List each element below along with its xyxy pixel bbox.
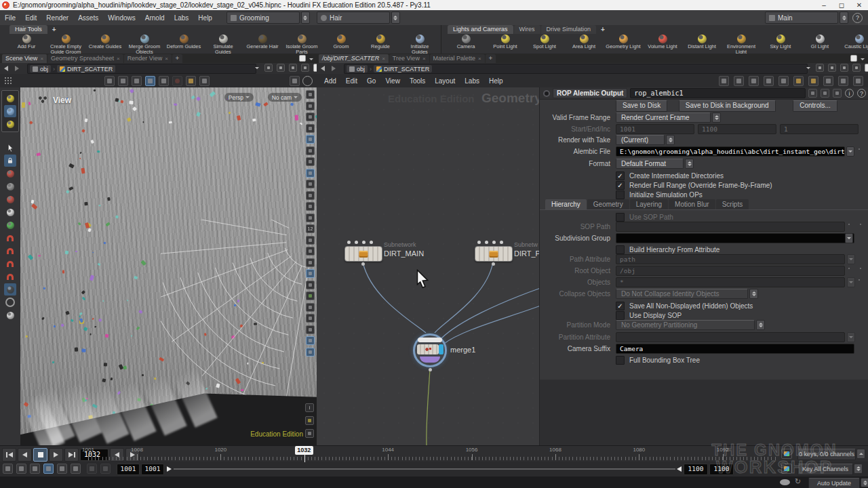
checkbox-create-intermediate-directories[interactable]: ✓Create Intermediate Directories	[616, 171, 724, 180]
badge-blue-icon[interactable]	[823, 76, 833, 86]
shelf-tool-sky-light[interactable]: Sky Light	[761, 34, 800, 49]
shelf-tool-deform-guides[interactable]: Deform Guides	[164, 34, 203, 49]
close-tab-icon[interactable]: ×	[478, 54, 481, 63]
vertex-number-icon[interactable]	[306, 247, 315, 256]
path-node-chip[interactable]: DIRT_SCATTER	[57, 65, 115, 73]
info-icon[interactable]: i	[305, 403, 314, 412]
input-dot[interactable]	[492, 241, 496, 244]
point-number-icon[interactable]: 12	[306, 224, 315, 233]
range-start-field[interactable]: 1001	[141, 464, 164, 475]
checkbox-full-bounding-box-tree[interactable]: Full Bounding Box Tree	[616, 356, 700, 365]
pane-menu-icon[interactable]	[309, 58, 313, 60]
spinner-valid-frame-range[interactable]	[712, 113, 721, 123]
field-camera-suffix[interactable]: Camera	[616, 344, 854, 354]
dropdown-render-with-take[interactable]: (Current)	[616, 135, 665, 145]
pin-icon[interactable]	[264, 64, 273, 72]
auto-update-button[interactable]: Auto Update	[808, 478, 860, 488]
visualizer-icon[interactable]	[306, 281, 315, 289]
bulb-hq-icon[interactable]	[306, 157, 315, 166]
paint-tool[interactable]	[4, 167, 16, 180]
checkbox-box[interactable]	[616, 213, 625, 222]
shelf-tool-add-fur[interactable]: Add Fur	[7, 34, 46, 49]
menu-render[interactable]: Render	[41, 14, 73, 22]
brush-clump-tool[interactable]	[4, 118, 16, 130]
pane-layout-icon[interactable]	[850, 55, 857, 62]
timeline-ruler[interactable]: 1001100810201032104410561068108010921032	[87, 446, 778, 462]
field-partition-attribute[interactable]	[616, 332, 845, 342]
merge-display-flag[interactable]	[439, 344, 443, 354]
shelf-tool-reguide[interactable]: Reguide	[361, 34, 400, 49]
network-menu-layout[interactable]: Layout	[430, 77, 460, 85]
tab-scene-view[interactable]: Scene View×	[2, 54, 47, 63]
dropdown-format[interactable]: Default Format	[616, 159, 684, 169]
draw-mode-icon[interactable]	[306, 269, 315, 278]
checkbox-build-hierarchy-from-attribute[interactable]: Build Hierarchy From Attribute	[616, 245, 719, 254]
comb-magnet-tool[interactable]	[4, 245, 16, 257]
camera-selector[interactable]: No cam	[268, 93, 302, 102]
shelf-add-tab-button[interactable]: +	[48, 25, 60, 34]
secure-selection-tool[interactable]	[4, 155, 16, 167]
back-icon[interactable]	[4, 66, 8, 71]
button-save-to-disk-in-background[interactable]: Save to Disk in Background	[679, 100, 776, 112]
checkbox-box[interactable]	[616, 311, 625, 320]
menu-windows[interactable]: Windows	[103, 14, 140, 22]
field-subdivision-group[interactable]	[616, 233, 854, 243]
brush-cone-tool[interactable]	[4, 92, 16, 104]
menu-file[interactable]: File	[0, 14, 20, 22]
info-icon[interactable]: i	[845, 89, 854, 98]
bulb-normal-icon[interactable]	[306, 146, 315, 155]
checkbox-render-full-range-override-frame-by-frame-[interactable]: ✓Render Full Range (Override Frame-By-Fr…	[616, 181, 772, 190]
go-to-start-button[interactable]	[2, 448, 16, 462]
field-path-attribute[interactable]: path	[616, 254, 845, 264]
input-dot[interactable]	[477, 241, 481, 244]
input-dot[interactable]	[485, 241, 488, 244]
minimize-button[interactable]: –	[815, 1, 833, 9]
desktop-spinner[interactable]	[840, 12, 848, 24]
badge-yellow-icon[interactable]	[808, 76, 818, 86]
pane-menu-icon[interactable]	[861, 58, 865, 60]
display-options-icon[interactable]	[199, 76, 210, 86]
checkbox-initialize-simulation-ops[interactable]: Initialize Simulation OPs	[616, 190, 703, 199]
network-menu-add[interactable]: Add	[319, 77, 341, 85]
range-end-field[interactable]: 1100	[684, 464, 708, 475]
global-start-field[interactable]: 1001	[117, 464, 140, 475]
folder-tab-motion-blur[interactable]: Motion Blur	[669, 199, 715, 209]
wireframe-icon[interactable]	[306, 191, 315, 200]
shelf-tool-gi-light[interactable]: GI Light	[800, 34, 840, 49]
shelf-tab-wires[interactable]: Wires	[514, 25, 540, 34]
button-controls-[interactable]: Controls...	[793, 100, 837, 112]
shelf-tool-area-light[interactable]: Area Light	[564, 34, 604, 49]
dropdown-valid-frame-range[interactable]: Render Current Frame	[616, 113, 711, 123]
forward-icon[interactable]	[15, 66, 19, 71]
brush-screen-tool[interactable]	[4, 105, 16, 117]
pin-icon[interactable]	[816, 64, 824, 72]
headlight-icon[interactable]	[306, 124, 315, 133]
link-panes-icon[interactable]	[301, 64, 309, 72]
slider-icon[interactable]	[71, 464, 81, 474]
pane-drag-handle-icon[interactable]	[4, 77, 12, 85]
node-dirt_pa[interactable]	[475, 246, 513, 262]
translate-mode-icon[interactable]	[118, 76, 128, 86]
multi-view-icon[interactable]	[306, 325, 315, 334]
path-dropdown-icon[interactable]	[806, 67, 810, 69]
shelf-tool-caustic-light[interactable]: Caustic Light	[840, 34, 868, 49]
shelf-tool-groom[interactable]: Groom	[321, 34, 361, 49]
view-light-icon[interactable]	[306, 135, 315, 144]
material-icon[interactable]	[306, 180, 315, 188]
checkbox-box[interactable]: ✓	[616, 171, 625, 180]
tab-tree-view[interactable]: Tree View×	[389, 54, 429, 63]
input-dot[interactable]	[362, 241, 366, 244]
scatter-tool[interactable]	[4, 206, 16, 218]
folder-tab-layering[interactable]: Layering	[630, 199, 668, 209]
shelf-tool-point-light[interactable]: Point Light	[486, 34, 525, 49]
shelf-tool-create-empty-guide-groom[interactable]: Create Empty Guide Groom	[46, 34, 85, 54]
character-pick-icon[interactable]	[290, 76, 300, 86]
path-dropdown-icon[interactable]	[255, 67, 259, 69]
dropdown-collapse-objects[interactable]: Do Not Collapse Identity Objects	[616, 289, 748, 299]
audio-icon[interactable]	[16, 464, 26, 474]
perspective-selector[interactable]: Persp	[224, 93, 254, 102]
dropdown-subdivision-group[interactable]	[845, 233, 853, 243]
screen-magnet-tool[interactable]	[4, 232, 16, 244]
field-objects[interactable]: *	[616, 277, 845, 287]
select-mode-icon[interactable]	[104, 76, 115, 86]
